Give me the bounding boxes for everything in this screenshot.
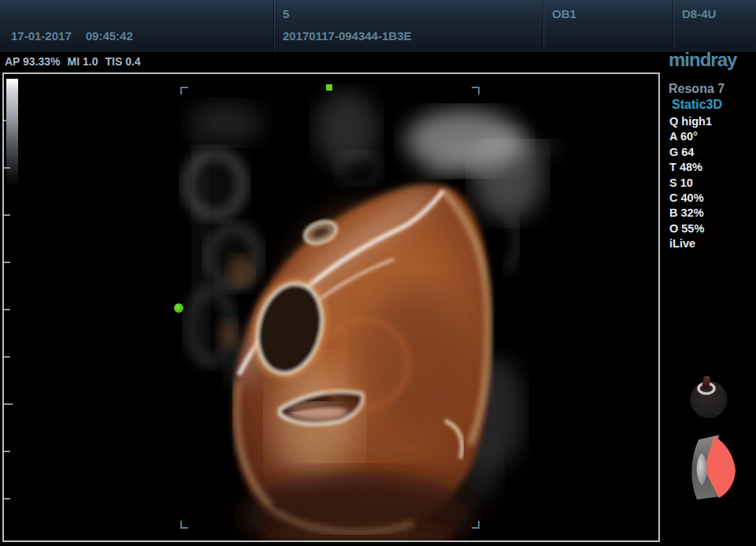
- grayscale-map-bar: [6, 79, 18, 186]
- datetime-text: 17-01-201709:45:42: [11, 29, 133, 43]
- render-orientation-icon: [687, 433, 738, 501]
- depth-tick: [4, 498, 10, 500]
- param-smooth[interactable]: S 10: [669, 176, 712, 191]
- param-gain[interactable]: G 64: [669, 145, 712, 160]
- depth-tick: [4, 167, 10, 169]
- mindray-logo: mindray: [669, 49, 736, 71]
- depth-tick: [4, 356, 10, 358]
- patient-info-bar: 17-01-201709:45:42 5 20170117-094344-1B3…: [0, 0, 756, 52]
- roi-handle-side-marker[interactable]: [174, 303, 183, 313]
- preset-section: OB1: [543, 0, 674, 52]
- imaging-mode-label[interactable]: Static3D: [672, 98, 722, 112]
- parameter-sidebar: Resona 7 Static3D Q high1 A 60° G 64 T 4…: [665, 72, 756, 546]
- parameter-list: Q high1 A 60° G 64 T 48% S 10 C 40% B 32…: [669, 114, 712, 252]
- param-opacity[interactable]: O 55%: [669, 221, 712, 236]
- depth-tick: [4, 262, 10, 263]
- param-brightness[interactable]: B 32%: [669, 206, 712, 221]
- depth-tick: [4, 451, 10, 452]
- trackball-icon: [689, 375, 728, 421]
- exam-number: 5: [283, 7, 289, 20]
- roi-handle-top-marker[interactable]: [326, 84, 332, 91]
- exam-time: 09:45:42: [86, 29, 133, 43]
- param-contrast[interactable]: C 40%: [669, 191, 712, 206]
- param-quality[interactable]: Q high1: [669, 114, 712, 129]
- datetime-section: 17-01-201709:45:42: [0, 0, 274, 52]
- depth-tick-major: [4, 403, 13, 405]
- roi-corner-top-right[interactable]: [472, 87, 480, 95]
- exam-id: 20170117-094344-1B3E: [283, 29, 411, 43]
- acoustic-status-text: AP 93.33%MI 1.0TIS 0.4: [5, 55, 148, 68]
- exam-preset: OB1: [552, 7, 576, 20]
- roi-corner-top-left[interactable]: [180, 87, 188, 95]
- 3d-volume-render: [4, 74, 658, 540]
- probe-model: D8-4U: [682, 7, 716, 20]
- param-ilive[interactable]: iLive: [669, 236, 712, 251]
- acoustic-status-bar: AP 93.33%MI 1.0TIS 0.4: [0, 52, 756, 72]
- param-angle[interactable]: A 60°: [669, 129, 712, 144]
- acoustic-power-value: AP 93.33%: [5, 55, 61, 68]
- param-threshold[interactable]: T 48%: [669, 160, 712, 175]
- exam-id-section: 5 20170117-094344-1B3E: [274, 0, 544, 52]
- depth-tick: [4, 309, 10, 310]
- tis-value: TIS 0.4: [105, 55, 140, 68]
- depth-tick: [4, 120, 10, 121]
- ultrasound-screen: 17-01-201709:45:42 5 20170117-094344-1B3…: [0, 0, 756, 546]
- depth-tick: [4, 214, 10, 216]
- exam-date: 17-01-2017: [11, 29, 72, 43]
- roi-corner-bottom-right[interactable]: [472, 521, 480, 529]
- system-name: Resona 7: [669, 82, 724, 96]
- image-display-area: [2, 72, 660, 542]
- probe-section: D8-4U: [673, 0, 756, 52]
- roi-corner-bottom-left[interactable]: [180, 521, 188, 529]
- mi-value: MI 1.0: [68, 55, 98, 68]
